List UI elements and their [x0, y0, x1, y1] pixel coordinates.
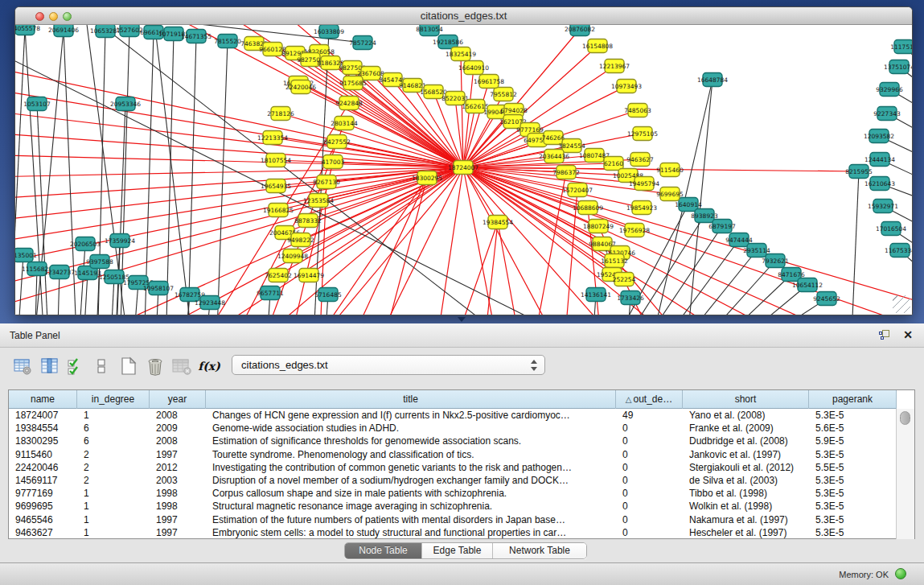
- table-cell[interactable]: 9465546: [9, 513, 77, 526]
- float-panel-icon[interactable]: [879, 330, 890, 340]
- table-cell[interactable]: 0: [616, 448, 683, 461]
- column-header-pagerank[interactable]: pagerank: [809, 390, 897, 409]
- table-cell[interactable]: 9115460: [9, 448, 77, 461]
- table-cell[interactable]: 2003: [150, 474, 206, 487]
- table-cell[interactable]: Jankovic et al. (1997): [683, 448, 809, 461]
- table-cell[interactable]: 1: [77, 526, 150, 539]
- table-cell[interactable]: 0: [616, 487, 683, 500]
- graph-edge[interactable]: [37, 104, 49, 315]
- table-settings-button[interactable]: [11, 354, 34, 378]
- table-cell[interactable]: de Silva et al. (2003): [683, 474, 809, 487]
- table-cell[interactable]: Stergiakouli et al. (2012): [683, 461, 809, 474]
- column-header-out_de[interactable]: △out_de…: [616, 390, 683, 409]
- network-canvas[interactable]: 1405557820691406106532871527602696616110…: [15, 25, 912, 315]
- graph-edge[interactable]: [498, 222, 522, 315]
- table-cell[interactable]: 5.3E-5: [809, 487, 897, 500]
- delete-column-button[interactable]: [144, 354, 166, 378]
- table-cell[interactable]: 9777169: [9, 487, 77, 500]
- table-cell[interactable]: 2: [77, 474, 150, 487]
- table-cell[interactable]: 2009: [150, 422, 206, 435]
- graph-edge[interactable]: [216, 41, 228, 315]
- table-row[interactable]: 977716911998Corpus callosum shape and si…: [9, 487, 897, 500]
- table-cell[interactable]: 1997: [150, 526, 206, 539]
- tab-node-table[interactable]: Node Table: [345, 543, 422, 558]
- table-row[interactable]: 911546021997Tourette syndrome. Phenomeno…: [9, 448, 897, 461]
- table-cell[interactable]: 0: [616, 461, 683, 474]
- window-resize-grip[interactable]: [893, 295, 910, 313]
- table-cell[interactable]: Nakamura et al. (1997): [683, 513, 809, 526]
- tab-edge-table[interactable]: Edge Table: [422, 543, 493, 558]
- table-cell[interactable]: Tourette syndrome. Phenomenology and cla…: [206, 448, 616, 461]
- network-table-select[interactable]: citations_edges.txt: [232, 355, 545, 375]
- table-cell[interactable]: 0: [616, 474, 683, 487]
- column-header-year[interactable]: year: [150, 390, 206, 409]
- table-cell[interactable]: Franke et al. (2009): [683, 422, 809, 435]
- graph-edge[interactable]: [435, 167, 463, 315]
- table-row[interactable]: 1456911722003Disruption of a novel membe…: [9, 474, 897, 487]
- table-cell[interactable]: 0: [616, 500, 683, 513]
- table-cell[interactable]: 14569117: [9, 474, 77, 487]
- graph-edge[interactable]: [371, 167, 463, 315]
- column-header-short[interactable]: short: [683, 390, 809, 409]
- table-cell[interactable]: 9463627: [9, 526, 77, 539]
- table-cell[interactable]: 1998: [150, 487, 206, 500]
- table-cell[interactable]: 0: [616, 422, 683, 435]
- column-header-name[interactable]: name: [9, 390, 77, 409]
- table-cell[interactable]: 22420046: [9, 461, 77, 474]
- row-height-button[interactable]: [90, 354, 113, 378]
- table-cell[interactable]: 18724007: [9, 409, 77, 422]
- table-cell[interactable]: Corpus callosum shape and size in male p…: [206, 487, 616, 500]
- table-cell[interactable]: 2012: [150, 461, 206, 474]
- table-cell[interactable]: Disruption of a novel member of a sodium…: [206, 474, 616, 487]
- table-scrollbar[interactable]: [896, 409, 914, 539]
- table-cell[interactable]: Dudbridge et al. (2008): [683, 435, 809, 447]
- table-cell[interactable]: 5.3E-5: [809, 500, 897, 513]
- table-cell[interactable]: 5.3E-5: [809, 474, 897, 487]
- table-cell[interactable]: 5.3E-5: [809, 513, 897, 526]
- graph-edge[interactable]: [15, 167, 463, 226]
- table-cell[interactable]: Changes of HCN gene expression and I(f) …: [206, 409, 616, 422]
- table-cell[interactable]: 2008: [150, 409, 206, 422]
- table-cell[interactable]: 5.3E-5: [809, 409, 897, 422]
- window-titlebar[interactable]: citations_edges.txt: [15, 7, 912, 25]
- table-cell[interactable]: 1998: [150, 500, 206, 513]
- table-cell[interactable]: 0: [616, 435, 683, 447]
- table-cell[interactable]: 49: [616, 409, 683, 422]
- table-cell[interactable]: 1: [77, 513, 150, 526]
- table-row[interactable]: 946362711997Embryonic stem cells: a mode…: [9, 526, 897, 539]
- new-column-button[interactable]: [117, 354, 140, 378]
- table-cell[interactable]: Embryonic stem cells: a model to study s…: [206, 526, 616, 539]
- graph-edge[interactable]: [15, 167, 463, 274]
- column-header-in_degree[interactable]: in_degree: [77, 390, 150, 409]
- table-cell[interactable]: 1997: [150, 513, 206, 526]
- table-cell[interactable]: 2: [77, 448, 150, 461]
- citation-network-graph[interactable]: 1405557820691406106532871527602696616110…: [15, 25, 912, 315]
- table-cell[interactable]: Yano et al. (2008): [683, 409, 809, 422]
- show-columns-button[interactable]: [39, 354, 61, 378]
- graph-edge[interactable]: [17, 255, 23, 315]
- memory-ok-indicator[interactable]: [895, 568, 906, 579]
- table-cell[interactable]: Genome-wide association studies in ADHD.: [206, 422, 616, 435]
- table-row[interactable]: 1872400712008Changes of HCN gene express…: [9, 409, 897, 422]
- table-cell[interactable]: 6: [77, 422, 150, 435]
- table-cell[interactable]: 1: [77, 487, 150, 500]
- table-cell[interactable]: Wolkin et al. (1998): [683, 500, 809, 513]
- table-cell[interactable]: 9699695: [9, 500, 77, 513]
- table-cell[interactable]: 2008: [150, 435, 206, 447]
- table-cell[interactable]: 5.3E-5: [809, 448, 897, 461]
- table-cell[interactable]: 1: [77, 500, 150, 513]
- graph-edge[interactable]: [281, 113, 463, 167]
- graph-edge[interactable]: [451, 222, 498, 315]
- graph-edge[interactable]: [187, 36, 196, 315]
- table-row[interactable]: 1938455462009Genome-wide association stu…: [9, 422, 897, 435]
- table-row[interactable]: 1830029562008Estimation of significance …: [9, 435, 897, 447]
- table-cell[interactable]: 19384554: [9, 422, 77, 435]
- table-scrollbar-thumb[interactable]: [900, 411, 910, 425]
- table-cell[interactable]: 0: [616, 526, 683, 539]
- table-cell[interactable]: Estimation of significance thresholds fo…: [206, 435, 616, 447]
- table-cell[interactable]: 6: [77, 435, 150, 447]
- table-cell[interactable]: Investigating the contribution of common…: [206, 461, 616, 474]
- table-cell[interactable]: 0: [616, 513, 683, 526]
- close-panel-icon[interactable]: ✕: [903, 328, 913, 341]
- tab-network-table[interactable]: Network Table: [493, 543, 586, 558]
